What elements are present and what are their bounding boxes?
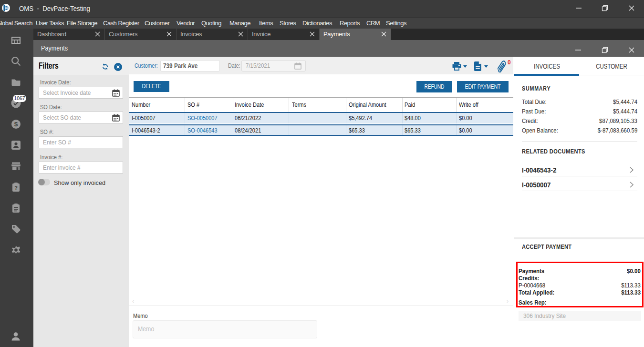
svg-text:$: $ xyxy=(14,121,18,128)
svg-text:?: ? xyxy=(14,184,18,190)
